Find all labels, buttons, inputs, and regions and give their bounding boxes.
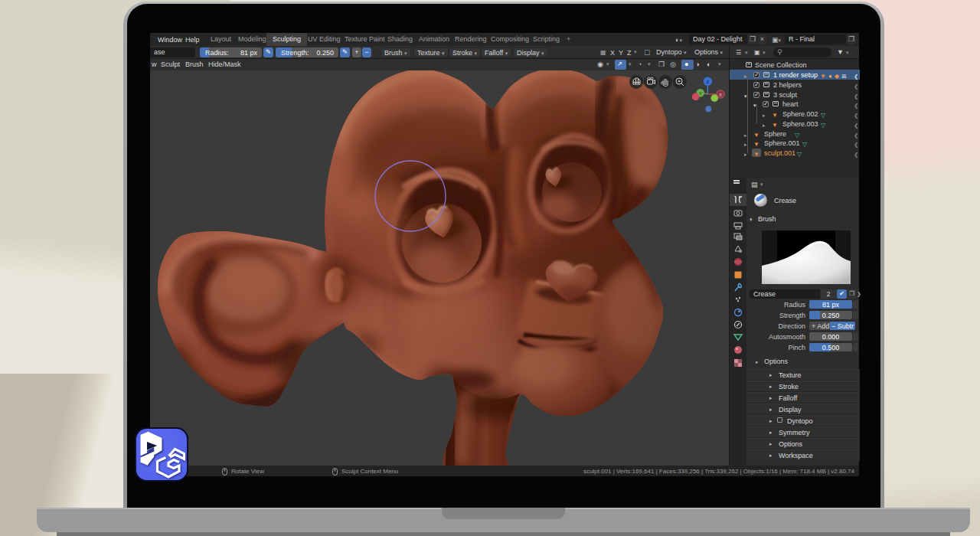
svg-text:Y: Y bbox=[699, 90, 702, 96]
svg-text:Z: Z bbox=[707, 79, 710, 84]
svg-text:X: X bbox=[719, 92, 722, 97]
